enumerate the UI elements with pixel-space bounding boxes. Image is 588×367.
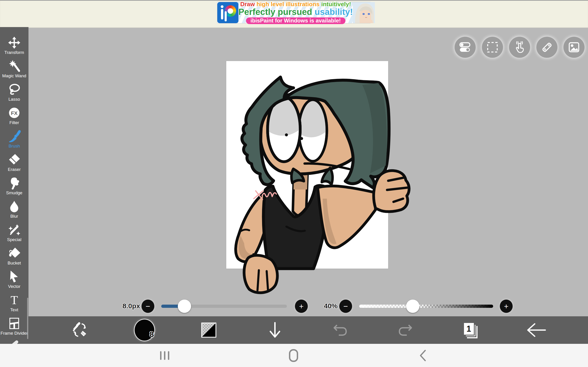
- text-icon: T: [8, 294, 21, 307]
- toggle-switches-button[interactable]: [455, 37, 476, 58]
- current-color-button[interactable]: 8: [134, 316, 155, 344]
- tool-filter[interactable]: FX Filter: [0, 106, 28, 130]
- ad-sub-blue: usability!: [315, 7, 353, 17]
- tool-label: Lasso: [9, 97, 20, 102]
- brush-size-decrease-button[interactable]: −: [141, 300, 154, 313]
- ad-character-image: [353, 2, 375, 23]
- eraser-icon: [8, 153, 21, 166]
- redo-button[interactable]: [397, 316, 414, 344]
- tool-label: Brush: [9, 144, 20, 149]
- vector-cursor-icon: [8, 270, 21, 283]
- tool-label: Bucket: [8, 261, 21, 266]
- tool-frame-divider[interactable]: Frame Divider: [0, 317, 28, 340]
- ad-word-mid: high level illustrations: [257, 1, 320, 8]
- layers-button[interactable]: 1: [462, 316, 480, 344]
- lasso-icon: [8, 83, 21, 96]
- magic-wand-icon: [8, 60, 21, 73]
- brush-size-increase-button[interactable]: +: [295, 300, 308, 313]
- ad-sub-green: Perfectly pursued: [238, 7, 312, 17]
- home-button[interactable]: [288, 344, 299, 367]
- materials-button[interactable]: [563, 37, 585, 58]
- tool-special[interactable]: Special: [0, 223, 28, 247]
- tool-label: Frame Divider: [0, 331, 28, 336]
- tool-text[interactable]: T Text: [0, 294, 28, 317]
- smudge-finger-icon: [8, 177, 21, 190]
- opacity-decrease-button[interactable]: −: [339, 300, 352, 313]
- tool-lasso[interactable]: Lasso: [0, 83, 28, 106]
- tool-sidebar: Transform Magic Wand Lasso FX Filter: [0, 27, 28, 344]
- partial-tool-icon: [8, 340, 21, 344]
- blur-drop-icon: [8, 200, 21, 213]
- ibispaint-logo: [217, 2, 238, 23]
- current-color-swatch: 8: [134, 319, 155, 341]
- opacity-slider[interactable]: [359, 305, 493, 308]
- nav-back-button[interactable]: [419, 344, 426, 367]
- left-fist: [244, 255, 277, 293]
- ad-pill: ibisPaint for Windows is available!: [246, 17, 346, 24]
- selection-button[interactable]: [482, 37, 503, 58]
- tool-label: Eraser: [8, 167, 21, 172]
- tool-label: Vector: [8, 284, 20, 289]
- tool-label: Magic Wand: [2, 73, 26, 78]
- opacity-slider-thumb[interactable]: [406, 300, 419, 313]
- tool-eraser[interactable]: Eraser: [0, 153, 28, 177]
- undo-button[interactable]: [332, 316, 348, 344]
- special-pen-icon: [8, 223, 21, 236]
- tool-smudge[interactable]: Smudge: [0, 177, 28, 200]
- brush-size-slider[interactable]: [161, 305, 287, 308]
- tool-partial-next[interactable]: [0, 340, 28, 344]
- svg-text:FX: FX: [11, 110, 17, 116]
- tool-transform[interactable]: Transform: [0, 36, 28, 60]
- top-ad-bar: Draw high level illustrations intuitivel…: [0, 0, 588, 28]
- opacity-increase-button[interactable]: +: [500, 300, 513, 313]
- back-button[interactable]: [526, 316, 547, 344]
- ad-text: Draw high level illustrations intuitivel…: [238, 2, 353, 23]
- touch-gesture-button[interactable]: [509, 37, 530, 58]
- ad-word-draw: Draw: [240, 1, 255, 8]
- tool-label: Filter: [9, 120, 19, 125]
- tool-blur[interactable]: Blur: [0, 200, 28, 223]
- fx-filter-icon: FX: [8, 106, 21, 119]
- ad-word-end: intuitively!: [321, 1, 351, 8]
- transform-icon: [8, 36, 21, 49]
- layers-count: 1: [467, 324, 471, 334]
- tool-label: Text: [10, 307, 18, 312]
- android-navigation-bar: [0, 344, 588, 367]
- tool-label: Special: [7, 237, 21, 242]
- ibispaint-app: Draw high level illustrations intuitivel…: [0, 0, 588, 367]
- tool-bucket[interactable]: Bucket: [0, 247, 28, 270]
- character-artwork: [226, 61, 388, 269]
- collapse-panel-button[interactable]: [268, 316, 282, 344]
- background-transparency-button[interactable]: [201, 316, 216, 344]
- ad-banner[interactable]: Draw high level illustrations intuitivel…: [217, 2, 370, 23]
- bucket-icon: [8, 247, 21, 260]
- tool-label: Smudge: [6, 190, 23, 195]
- tool-vector[interactable]: Vector: [0, 270, 28, 294]
- opacity-value: 40%: [316, 302, 338, 310]
- right-fist: [374, 171, 409, 212]
- brush-eraser-swap-button[interactable]: [71, 316, 89, 344]
- recents-button[interactable]: [160, 344, 170, 367]
- brush-size-slider-thumb[interactable]: [178, 300, 191, 313]
- sidebar-scrollbar[interactable]: [27, 298, 28, 339]
- ruler-button[interactable]: [536, 37, 557, 58]
- frame-divider-icon: [8, 317, 21, 330]
- brush-icon: [8, 130, 21, 143]
- brush-size-value: 8.0px: [114, 302, 140, 310]
- svg-text:T: T: [10, 294, 18, 307]
- tool-label: Transform: [4, 50, 24, 55]
- color-badge: 8: [149, 330, 154, 339]
- bottom-toolbar: 8 1: [0, 316, 588, 344]
- tool-brush[interactable]: Brush: [0, 130, 28, 153]
- tool-label: Blur: [10, 214, 18, 219]
- tool-magic-wand[interactable]: Magic Wand: [0, 60, 28, 83]
